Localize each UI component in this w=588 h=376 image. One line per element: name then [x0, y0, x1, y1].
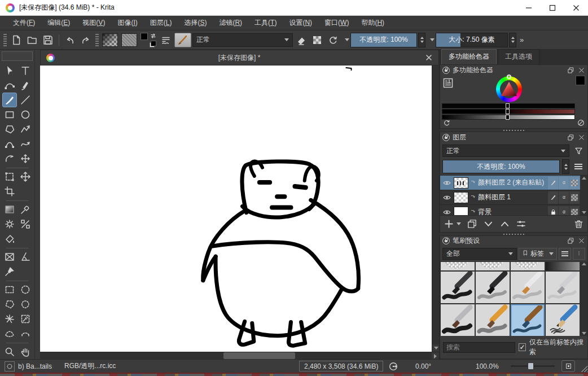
float-docker-icon[interactable]	[567, 237, 574, 245]
tool-multibrush[interactable]	[18, 151, 33, 166]
rotation-dial-icon[interactable]	[388, 361, 398, 373]
tag-button[interactable]: 标签	[519, 248, 557, 260]
size-spinner[interactable]	[509, 33, 516, 47]
tool-text[interactable]	[18, 63, 33, 78]
layer-list-scrollbar[interactable]	[580, 176, 587, 215]
tool-colorize-mask[interactable]	[2, 217, 17, 231]
no-color-icon[interactable]	[577, 119, 585, 128]
menu-item-L[interactable]: 图层(L)	[144, 18, 178, 28]
brush-preset-thumbnail[interactable]	[546, 304, 580, 336]
docker-lock-icon[interactable]	[442, 134, 450, 141]
tool-polyline[interactable]	[18, 122, 33, 137]
brush-preset-thumbnail[interactable]	[441, 262, 475, 270]
tool-shape-select[interactable]	[2, 63, 17, 78]
tool-freehand-select[interactable]	[18, 297, 33, 312]
preset-search-input[interactable]	[443, 342, 515, 353]
opacity-slider[interactable]: 不透明度: 100%	[350, 33, 417, 47]
close-button[interactable]	[564, 0, 588, 16]
alpha-lock-icon[interactable]	[569, 191, 580, 204]
tool-similar-select[interactable]	[18, 312, 33, 326]
reload-preset-button[interactable]	[326, 33, 340, 47]
layer-row[interactable]: 背景α	[440, 205, 580, 216]
layer-name[interactable]: 背景	[477, 207, 548, 216]
layer-name[interactable]: 颜料图层 1	[477, 193, 548, 202]
document-titlebar[interactable]: [未保存图像] *	[40, 50, 439, 65]
tool-crop[interactable]	[2, 184, 17, 199]
brush-preset-thumbnail[interactable]	[546, 262, 580, 270]
tool-edit-shapes[interactable]	[2, 78, 17, 93]
layer-pin-icon[interactable]	[548, 191, 558, 204]
inherit-alpha-icon[interactable]: α	[559, 206, 569, 216]
tool-pattern-edit[interactable]	[18, 217, 33, 231]
brush-editor-button[interactable]	[174, 33, 191, 47]
layer-row[interactable]: 颜料图层 1α	[440, 190, 580, 205]
toolbar-grip[interactable]	[3, 34, 7, 46]
inherit-alpha-icon[interactable]: α	[559, 177, 569, 189]
preset-menu-button[interactable]	[559, 248, 571, 260]
current-color-swatch[interactable]	[576, 76, 585, 85]
color-wheel[interactable]	[496, 76, 522, 102]
tool-zoom[interactable]	[2, 344, 17, 359]
menu-item-S[interactable]: 选择(S)	[178, 18, 213, 28]
menu-item-T[interactable]: 工具(T)	[248, 18, 283, 28]
menu-item-H[interactable]: 帮助(H)	[355, 18, 390, 28]
canvas[interactable]	[40, 65, 432, 352]
tool-fill[interactable]	[2, 231, 17, 246]
pattern-chooser[interactable]	[121, 33, 137, 47]
add-layer-dropdown-icon[interactable]	[457, 222, 461, 225]
brush-blend-mode-dropdown[interactable]: 正常	[192, 33, 293, 47]
add-layer-button[interactable]	[444, 218, 454, 229]
scroll-down-button[interactable]	[582, 211, 586, 214]
layer-name[interactable]: 颜料图层 2 (来自粘贴)	[477, 178, 548, 187]
close-docker-icon[interactable]	[577, 134, 585, 142]
scroll-up-button[interactable]	[582, 177, 586, 180]
tool-assistants[interactable]	[2, 264, 17, 279]
tool-transform[interactable]	[2, 169, 17, 184]
tool-calligraphy[interactable]	[18, 78, 33, 93]
zoom-fit-button[interactable]	[561, 360, 575, 372]
tool-dynamic-brush[interactable]	[2, 151, 17, 166]
scroll-up-button[interactable]	[582, 263, 586, 265]
menu-item-R[interactable]: 滤镜(R)	[213, 18, 248, 28]
open-document-button[interactable]	[25, 33, 40, 47]
menu-item-N[interactable]: 设置(N)	[283, 18, 318, 28]
layer-row[interactable]: 颜料图层 2 (来自粘贴)α	[440, 176, 580, 190]
tool-bezier-curve[interactable]	[2, 137, 17, 151]
tool-magnetic-select[interactable]	[18, 326, 33, 341]
menu-item-F[interactable]: 文件(F)	[7, 18, 41, 28]
layer-opacity-slider[interactable]: 不透明度: 100%	[442, 160, 560, 173]
tool-contiguous-select[interactable]	[2, 312, 17, 326]
float-docker-icon[interactable]	[567, 134, 574, 142]
brush-preset-thumbnail[interactable]	[511, 304, 545, 336]
save-button[interactable]	[41, 33, 55, 47]
layer-filter-button[interactable]	[572, 145, 585, 157]
tool-move[interactable]	[18, 169, 33, 184]
preset-display-mode-button[interactable]: ⁞	[573, 248, 585, 260]
layer-visibility-eye-icon[interactable]	[440, 208, 454, 216]
brush-size-slider[interactable]: 大小: 7.50 像素	[436, 33, 508, 47]
zoom-slider[interactable]	[511, 365, 555, 367]
dock-tab-tool-options[interactable]: 工具选项	[498, 49, 539, 64]
brush-preset-thumbnail[interactable]	[441, 304, 475, 336]
refresh-colors-icon[interactable]	[442, 119, 451, 128]
tool-freehand-brush[interactable]	[2, 93, 17, 107]
layer-lock-icon[interactable]	[548, 206, 558, 216]
document-close-button[interactable]	[419, 54, 438, 61]
layers-menu-button[interactable]	[572, 160, 585, 173]
brush-preset-thumbnail[interactable]	[511, 262, 545, 270]
duplicate-layer-button[interactable]	[467, 218, 477, 229]
brush-preset-thumbnail[interactable]	[546, 272, 580, 303]
zoom-slider-handle[interactable]	[528, 362, 534, 370]
layer-blend-mode-dropdown[interactable]: 正常	[442, 145, 569, 157]
hue-handle[interactable]	[507, 75, 511, 79]
horizontal-scrollbar[interactable]	[40, 352, 439, 359]
tool-measure[interactable]	[18, 250, 33, 264]
redo-button[interactable]	[78, 33, 93, 47]
selection-mode-icon[interactable]	[5, 361, 15, 371]
minimize-button[interactable]	[517, 0, 541, 16]
vertical-scrollbar[interactable]	[432, 65, 439, 352]
opacity-spinner[interactable]	[418, 33, 425, 47]
layer-thumbnail[interactable]	[454, 207, 468, 216]
menu-item-V[interactable]: 视图(V)	[76, 18, 111, 28]
brush-option-list-button[interactable]	[159, 33, 173, 47]
